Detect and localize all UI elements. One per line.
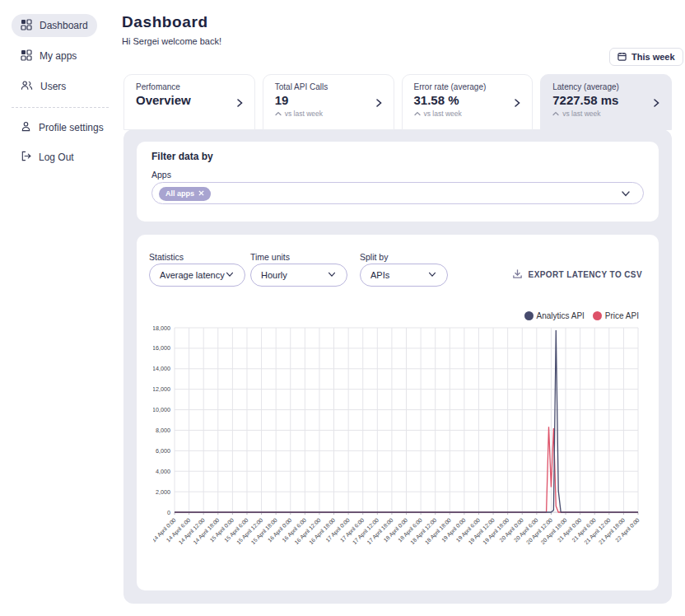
latency-chart: 02,0004,0006,0008,00010,00012,00014,0001…: [153, 325, 647, 572]
split-by-value: APIs: [370, 270, 389, 280]
axis-tick-label: 6,000: [156, 447, 170, 455]
card-trend: vs last week: [552, 110, 661, 118]
apps-filter-input[interactable]: All apps: [151, 182, 644, 204]
sidebar-item-label: My apps: [40, 50, 77, 62]
summary-card-perfomance[interactable]: PerfomanceOverview: [123, 74, 255, 130]
sidebar-item-users[interactable]: Users: [12, 75, 75, 98]
greeting-text: Hi Sergei welcome back!: [122, 36, 221, 46]
card-trend: vs last week: [275, 110, 384, 118]
summary-card-total-api-calls[interactable]: Total API Calls19vs last week: [263, 74, 394, 130]
chevron-right-icon[interactable]: [374, 96, 384, 111]
card-trend: vs last week: [414, 110, 523, 118]
card-label: Total API Calls: [275, 82, 384, 91]
chevron-right-icon[interactable]: [235, 96, 245, 111]
calendar-icon: [617, 52, 627, 63]
axis-tick-label: 10,000: [153, 406, 170, 413]
statistics-select[interactable]: Average latency: [149, 264, 245, 287]
axis-tick-label: 12,000: [153, 385, 170, 393]
card-label: Error rate (average): [414, 82, 523, 91]
axis-tick-label: 4,000: [156, 468, 170, 475]
axis-tick-label: 0: [167, 509, 170, 516]
download-icon: [512, 268, 523, 281]
this-week-label: This week: [631, 52, 675, 62]
sidebar-item-label: Log Out: [39, 152, 74, 163]
axis-tick-label: 18,000: [153, 325, 170, 332]
legend-item-price-api: Price API: [593, 311, 639, 320]
logout-icon: [21, 151, 31, 164]
card-value: 31.58 %: [414, 93, 523, 107]
card-trend-label: vs last week: [562, 110, 600, 118]
sidebar-item-log-out[interactable]: Log Out: [12, 146, 83, 169]
chevron-down-icon: [327, 269, 337, 281]
time-units-select[interactable]: Hourly: [250, 264, 347, 287]
legend-dot: [593, 311, 602, 320]
chart-legend: Analytics APIPrice API: [524, 311, 640, 320]
summary-card-error-rate-average-[interactable]: Error rate (average)31.58 %vs last week: [402, 74, 534, 130]
sidebar-item-label: Profile settings: [39, 122, 104, 133]
card-trend-label: vs last week: [424, 110, 462, 118]
all-apps-chip[interactable]: All apps: [159, 187, 211, 201]
sidebar-divider: [12, 107, 109, 108]
legend-label: Price API: [605, 311, 639, 320]
card-label: Latency (average): [552, 82, 661, 91]
summary-cards-row: PerfomanceOverviewTotal API Calls19vs la…: [123, 74, 672, 130]
card-value: 7227.58 ms: [552, 93, 661, 107]
page-title: Dashboard: [122, 13, 208, 31]
export-csv-label: EXPORT LATENCY TO CSV: [529, 270, 642, 279]
caret-up-icon: [275, 110, 282, 118]
caret-up-icon: [552, 110, 559, 118]
split-by-label: Split by: [360, 252, 388, 262]
grid-icon: [21, 49, 32, 63]
sidebar: DashboardMy appsUsers Profile settingsLo…: [0, 0, 115, 616]
all-apps-chip-label: All apps: [165, 189, 194, 198]
this-week-button[interactable]: This week: [609, 48, 683, 66]
summary-card-latency-average-[interactable]: Latency (average)7227.58 msvs last week: [540, 74, 672, 130]
card-label: Perfomance: [136, 82, 245, 91]
sidebar-item-profile-settings[interactable]: Profile settings: [12, 116, 113, 139]
split-by-select[interactable]: APIs: [360, 264, 448, 287]
card-trend-label: vs last week: [285, 110, 323, 118]
axis-tick-label: 16,000: [153, 344, 170, 352]
sidebar-item-label: Dashboard: [40, 20, 88, 31]
chevron-down-icon[interactable]: [620, 188, 631, 203]
axis-tick-label: 8,000: [156, 427, 170, 434]
sidebar-item-my-apps[interactable]: My apps: [12, 44, 86, 68]
filter-title: Filter data by: [151, 151, 213, 162]
card-value: Overview: [136, 93, 245, 107]
chart-card: Statistics Time units Split by Average l…: [137, 235, 659, 590]
person-icon: [21, 121, 31, 134]
sidebar-item-label: Users: [40, 81, 66, 92]
chevron-down-icon: [427, 269, 437, 281]
grid-icon: [21, 19, 32, 33]
caret-up-icon: [414, 110, 421, 118]
legend-dot: [524, 311, 534, 320]
axis-tick-label: 14,000: [153, 365, 170, 372]
card-value: 19: [275, 93, 384, 107]
legend-label: Analytics API: [537, 311, 585, 320]
statistics-value: Average latency: [160, 270, 225, 280]
filter-card: Filter data by Apps All apps: [137, 142, 659, 222]
export-csv-button[interactable]: EXPORT LATENCY TO CSV: [512, 268, 642, 281]
chevron-down-icon: [225, 269, 235, 281]
chevron-right-icon[interactable]: [512, 96, 522, 111]
legend-item-analytics-api: Analytics API: [524, 311, 585, 320]
close-icon[interactable]: [198, 189, 204, 198]
statistics-label: Statistics: [149, 252, 184, 262]
time-units-value: Hourly: [261, 270, 287, 280]
axis-tick-label: 2,000: [156, 488, 170, 496]
chevron-right-icon[interactable]: [651, 96, 661, 111]
apps-label: Apps: [151, 170, 171, 180]
users-icon: [21, 80, 33, 93]
sidebar-item-dashboard[interactable]: Dashboard: [12, 14, 97, 37]
time-units-label: Time units: [250, 252, 290, 262]
